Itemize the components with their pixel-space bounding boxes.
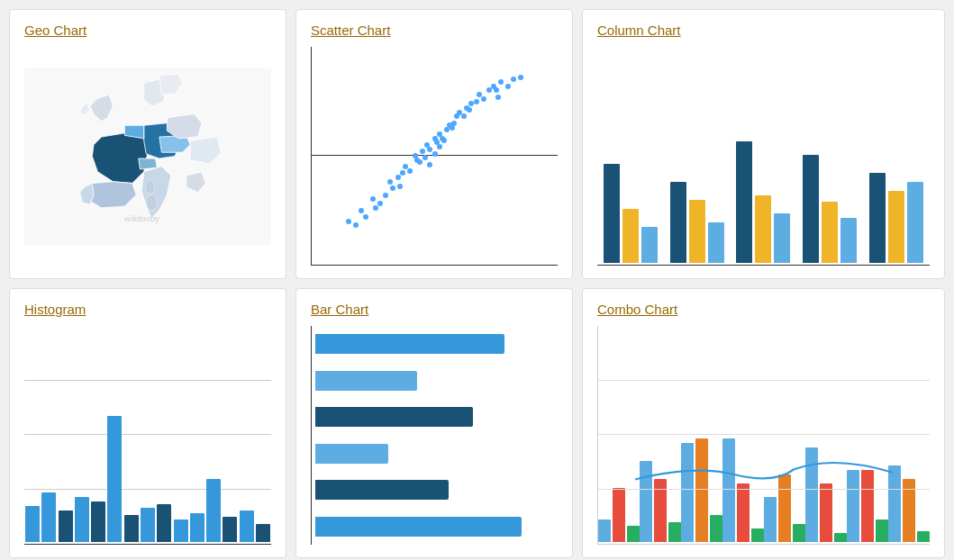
scatter-dot bbox=[505, 84, 511, 89]
histogram-area bbox=[24, 326, 271, 545]
histogram-title[interactable]: Histogram bbox=[24, 302, 271, 317]
combo-chart-container bbox=[597, 326, 930, 545]
geo-chart-title[interactable]: Geo Chart bbox=[24, 23, 271, 38]
col-bar bbox=[869, 173, 886, 263]
bar-chart-area bbox=[311, 326, 558, 545]
histogram-card: Histogram bbox=[9, 288, 286, 558]
combo-bar bbox=[847, 470, 859, 542]
combo-group bbox=[847, 470, 888, 542]
scatter-chart-card: Scatter Chart bbox=[295, 9, 573, 279]
combo-bar bbox=[722, 438, 735, 542]
bar bbox=[315, 517, 522, 537]
geo-chart-area: wikitooby bbox=[24, 47, 271, 266]
scatter-dot bbox=[407, 168, 413, 174]
scatter-chart-title[interactable]: Scatter Chart bbox=[311, 23, 558, 38]
combo-bar bbox=[778, 474, 791, 542]
column-chart-title[interactable]: Column Chart bbox=[597, 23, 930, 38]
hist-bar bbox=[59, 510, 73, 542]
scatter-dot bbox=[481, 96, 486, 102]
combo-bar bbox=[793, 524, 805, 542]
scatter-dot bbox=[427, 162, 432, 167]
combo-bar bbox=[695, 438, 708, 542]
combo-bar bbox=[737, 483, 750, 542]
col-bar bbox=[670, 182, 686, 263]
bar-chart-card: Bar Chart bbox=[295, 288, 573, 558]
col-bar bbox=[907, 182, 923, 263]
scatter-dot bbox=[417, 159, 422, 165]
geo-map-svg: wikitooby bbox=[24, 47, 271, 266]
combo-bars bbox=[598, 326, 930, 544]
scatter-container bbox=[311, 47, 558, 266]
combo-bar bbox=[888, 465, 901, 542]
hist-grid bbox=[24, 489, 271, 490]
bar bbox=[315, 444, 388, 464]
bar bbox=[315, 334, 504, 354]
combo-bar bbox=[876, 519, 888, 542]
histogram-bars bbox=[24, 326, 271, 545]
column-chart-area bbox=[597, 47, 930, 266]
combo-grid bbox=[598, 434, 930, 435]
combo-bar bbox=[805, 447, 818, 542]
scatter-dot bbox=[467, 107, 472, 113]
col-bar bbox=[604, 164, 620, 263]
col-group-3 bbox=[736, 141, 790, 263]
scatter-dot bbox=[498, 79, 504, 85]
scatter-dot bbox=[518, 75, 523, 80]
column-chart-bars bbox=[597, 47, 930, 266]
col-group-4 bbox=[803, 155, 857, 263]
combo-group bbox=[598, 488, 640, 542]
hist-bar bbox=[141, 508, 155, 542]
bar-row bbox=[315, 517, 558, 537]
scatter-chart-area bbox=[311, 47, 558, 266]
col-bar bbox=[822, 202, 838, 263]
col-bar bbox=[689, 200, 705, 263]
hist-bar bbox=[91, 501, 105, 542]
col-bar bbox=[840, 218, 857, 263]
scatter-dot bbox=[400, 170, 405, 176]
hist-bar bbox=[157, 504, 171, 542]
scatter-dot bbox=[397, 184, 403, 189]
bar-row bbox=[315, 371, 558, 391]
col-group-1 bbox=[604, 164, 658, 263]
col-bar bbox=[755, 195, 771, 263]
combo-bar bbox=[820, 483, 832, 542]
svg-point-2 bbox=[146, 194, 157, 210]
combo-grid bbox=[598, 380, 930, 381]
combo-grid bbox=[598, 489, 930, 490]
hist-bar bbox=[75, 497, 89, 542]
col-bar bbox=[774, 213, 790, 263]
col-group-2 bbox=[670, 182, 724, 263]
col-bar bbox=[736, 141, 752, 263]
scatter-dot bbox=[495, 95, 501, 100]
combo-group bbox=[805, 447, 847, 542]
col-bar bbox=[641, 227, 658, 263]
combo-bar bbox=[627, 526, 640, 542]
combo-bar bbox=[668, 522, 681, 542]
scatter-dot bbox=[437, 144, 442, 149]
scatter-dot bbox=[494, 87, 499, 93]
combo-chart-title[interactable]: Combo Chart bbox=[597, 302, 930, 317]
svg-point-1 bbox=[145, 180, 154, 194]
bar bbox=[315, 480, 449, 500]
combo-bar bbox=[613, 488, 625, 542]
bar-row bbox=[315, 444, 558, 464]
bar-row bbox=[315, 334, 558, 354]
combo-group bbox=[764, 474, 805, 542]
hist-bar bbox=[223, 517, 237, 542]
bar-row bbox=[315, 407, 558, 427]
combo-group bbox=[888, 465, 930, 542]
bar-chart-bars bbox=[311, 326, 558, 545]
hist-grid bbox=[24, 380, 271, 381]
geo-chart-card: Geo Chart bbox=[9, 9, 286, 279]
scatter-dot bbox=[511, 77, 516, 82]
hist-bar bbox=[256, 524, 270, 542]
scatter-dot bbox=[370, 196, 376, 202]
col-bar bbox=[708, 222, 724, 263]
bar-chart-title[interactable]: Bar Chart bbox=[311, 302, 558, 317]
combo-bar bbox=[751, 528, 764, 542]
col-bar bbox=[622, 209, 639, 263]
scatter-dot bbox=[359, 208, 364, 213]
scatter-dot bbox=[377, 201, 383, 206]
hist-grid bbox=[24, 434, 271, 435]
bar-row bbox=[315, 480, 558, 500]
